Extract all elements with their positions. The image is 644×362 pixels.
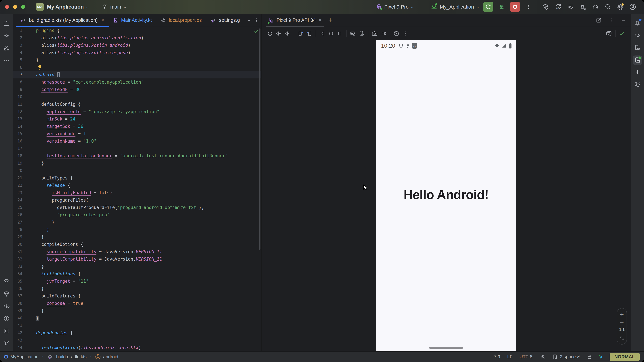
- problems-toolwindow-icon[interactable]: [2, 314, 11, 323]
- breadcrumb-project[interactable]: MyApplication: [10, 354, 38, 360]
- screen-record-icon[interactable]: [379, 29, 388, 38]
- gesture-home-indicator[interactable]: [429, 347, 463, 349]
- more-actions-kebab-icon[interactable]: [524, 3, 532, 11]
- encoding-widget[interactable]: UTF-8: [520, 354, 532, 360]
- caret-position-widget[interactable]: 7:9: [494, 354, 500, 360]
- gemini-toolwindow-icon[interactable]: [633, 68, 642, 77]
- code-line[interactable]: 33 }: [14, 263, 261, 270]
- code-line[interactable]: 15 versionCode = 1: [14, 130, 261, 137]
- code-line[interactable]: 3 alias(libs.plugins.kotlin.android): [14, 41, 261, 49]
- code-line[interactable]: 30 compileOptions {: [14, 241, 261, 248]
- code-line[interactable]: 26 "proguard-rules.pro": [14, 211, 261, 219]
- code-line[interactable]: 40}: [14, 314, 261, 322]
- code-line[interactable]: 39 }: [14, 307, 261, 314]
- breadcrumb-file[interactable]: build.gradle.kts: [56, 354, 87, 360]
- code-line[interactable]: 42dependencies {: [14, 329, 261, 337]
- code-line[interactable]: 21 buildTypes {: [14, 174, 261, 182]
- rerun-button[interactable]: [483, 2, 494, 12]
- code-line[interactable]: 43: [14, 337, 261, 344]
- settings-gear-icon[interactable]: [616, 3, 624, 11]
- running-devices-icon[interactable]: [633, 55, 642, 65]
- apply-changes-restart-icon[interactable]: A: [554, 3, 562, 11]
- code-line[interactable]: 16 versionName = "1.0": [14, 137, 261, 145]
- minimize-window-button[interactable]: [13, 5, 17, 9]
- zoom-out-button[interactable]: −: [620, 321, 624, 324]
- code-line[interactable]: 17: [14, 145, 261, 152]
- more-toolwindows-icon[interactable]: [2, 56, 11, 65]
- code-line[interactable]: 6: [14, 64, 261, 71]
- code-line[interactable]: 18 testInstrumentationRunner = "androidx…: [14, 152, 261, 160]
- breadcrumb-element[interactable]: android: [103, 354, 118, 360]
- build-project-icon[interactable]: [542, 3, 550, 11]
- code-line[interactable]: 34 kotlinOptions {: [14, 270, 261, 278]
- profiler-toolwindow-icon[interactable]: [2, 302, 11, 311]
- device-manager-icon[interactable]: [633, 43, 642, 52]
- emulator-options-kebab-icon[interactable]: [401, 29, 410, 38]
- code-line[interactable]: 41: [14, 322, 261, 329]
- code-line[interactable]: 10: [14, 93, 261, 100]
- hardware-input-icon[interactable]: [348, 29, 357, 38]
- screenshot-camera-icon[interactable]: [370, 29, 379, 38]
- close-icon[interactable]: ✕: [318, 17, 322, 23]
- app-quality-insights-icon[interactable]: [2, 289, 11, 299]
- editor-scrollbar[interactable]: [259, 28, 260, 250]
- code-line[interactable]: 24 proguardFiles(: [14, 196, 261, 204]
- stop-button[interactable]: [510, 2, 520, 12]
- device-selector[interactable]: Pixel 9 Pro ⌄: [376, 4, 416, 10]
- vcs-branch-widget[interactable]: main ⌄: [102, 4, 128, 10]
- build-toolwindow-icon[interactable]: [2, 277, 11, 286]
- tab-local-properties[interactable]: local.properties: [156, 14, 206, 27]
- close-window-button[interactable]: [5, 5, 9, 9]
- code-line[interactable]: 1plugins {: [14, 27, 261, 34]
- code-line[interactable]: 5}: [14, 56, 261, 64]
- commit-toolwindow-icon[interactable]: [2, 31, 11, 40]
- airplane-toolwindow-icon[interactable]: [633, 80, 642, 90]
- rotate-left-icon[interactable]: [296, 29, 305, 38]
- code-line[interactable]: 25 getDefaultProguardFile("proguard-andr…: [14, 204, 261, 211]
- power-button-icon[interactable]: [266, 29, 274, 38]
- hidden-tabs-chevron-icon[interactable]: [246, 18, 252, 23]
- code-line[interactable]: 37 buildFeatures {: [14, 292, 261, 300]
- code-line[interactable]: 11 defaultConfig {: [14, 100, 261, 108]
- code-line[interactable]: 36 }: [14, 285, 261, 292]
- intention-lightbulb-icon[interactable]: [37, 64, 42, 70]
- zoom-ratio-button[interactable]: 1:1: [619, 328, 624, 332]
- gradle-toolwindow-icon[interactable]: [633, 31, 642, 40]
- code-line[interactable]: 23 isMinifyEnabled = false: [14, 189, 261, 196]
- rotate-right-icon[interactable]: [305, 29, 314, 38]
- code-line[interactable]: 7android {: [14, 71, 261, 78]
- code-line[interactable]: 14 targetSdk = 36: [14, 123, 261, 130]
- project-widget[interactable]: MA My Application ⌄: [36, 3, 91, 11]
- code-line[interactable]: 35 jvmTarget = "11": [14, 278, 261, 285]
- open-in-window-icon[interactable]: [596, 17, 602, 23]
- code-line[interactable]: 20: [14, 167, 261, 174]
- device-screen[interactable]: 10:20 A: [376, 40, 516, 351]
- zoom-window-button[interactable]: [21, 5, 25, 9]
- code-line[interactable]: 12 applicationId = "com.example.myapplic…: [14, 108, 261, 115]
- panel-options-kebab-icon[interactable]: [608, 17, 614, 23]
- volume-up-icon[interactable]: [274, 29, 283, 38]
- code-line[interactable]: 27 ): [14, 219, 261, 226]
- ideavim-icon[interactable]: V: [599, 354, 602, 360]
- tab-pixel9pro[interactable]: Pixel 9 Pro API 34 ✕: [266, 14, 324, 27]
- indent-widget[interactable]: 2 spaces*: [552, 354, 580, 360]
- apply-code-changes-icon[interactable]: [567, 3, 574, 11]
- tab-mainactivity[interactable]: MainActivity.kt: [109, 14, 156, 27]
- android-back-button-icon[interactable]: [318, 29, 327, 38]
- terminal-toolwindow-icon[interactable]: [2, 326, 11, 336]
- code-editor[interactable]: 1plugins {2 alias(libs.plugins.android.a…: [14, 27, 261, 351]
- code-line[interactable]: 44 implementation(libs.androidx.core.ktx…: [14, 344, 261, 351]
- attach-debugger-icon[interactable]: [579, 3, 587, 11]
- gradle-sync-icon[interactable]: [592, 3, 600, 11]
- ai-assistant-disabled-icon[interactable]: [540, 354, 545, 360]
- code-line[interactable]: 4 alias(libs.plugins.kotlin.compose): [14, 49, 261, 56]
- code-line[interactable]: 2 alias(libs.plugins.android.application…: [14, 34, 261, 41]
- search-everywhere-icon[interactable]: [604, 3, 612, 11]
- code-line[interactable]: 32 targetCompatibility = JavaVersion.VER…: [14, 255, 261, 263]
- run-configuration-selector[interactable]: My_Application ⌄: [431, 3, 481, 10]
- tab-settings-gradle[interactable]: settings.g: [206, 14, 244, 27]
- close-icon[interactable]: ✕: [101, 17, 104, 23]
- code-line[interactable]: 8 namespace = "com.example.myapplication…: [14, 78, 261, 86]
- snapshot-reset-icon[interactable]: [392, 29, 401, 38]
- inspections-ok-check-icon[interactable]: [253, 29, 258, 34]
